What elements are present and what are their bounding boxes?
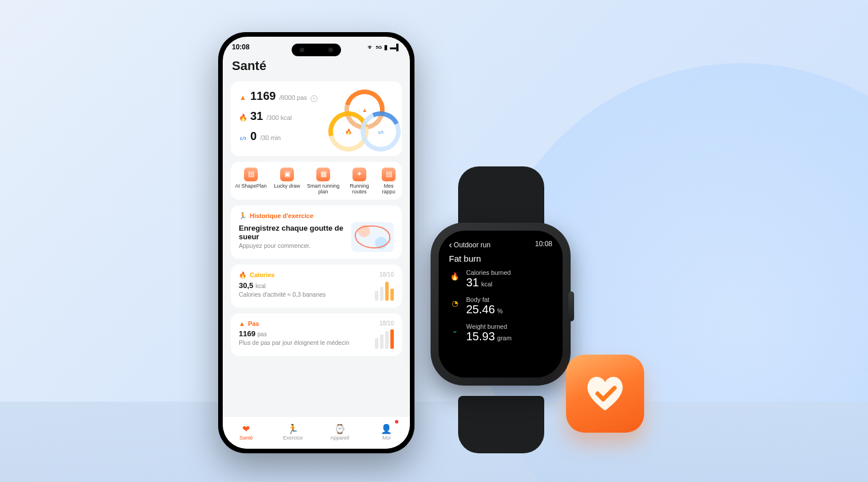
watch-case: Outdoor run 10:08 Fat burn 🔥 Calories bu… <box>431 223 571 386</box>
metric-unit: gram <box>497 335 512 341</box>
gift-icon: ▣ <box>280 168 294 181</box>
metric-value: 31kcal <box>466 276 511 289</box>
notification-dot-icon <box>395 420 398 423</box>
phone-device: 10:08 ᯤ 5G ▮ ▬▌ Santé ▲ 1169 /8000 pas i <box>218 32 414 453</box>
watch-crown <box>568 291 574 321</box>
metric-icon: 🔥 <box>449 270 460 282</box>
calories-card[interactable]: 🔥Calories18/10 30,5 kcal Calories d'acti… <box>231 265 402 308</box>
metric-label: Weight burned <box>466 323 512 330</box>
steps-card-subtitle: Plus de pas par jour éloignent le médeci… <box>239 339 369 347</box>
calories-stat: 🔥 31 /300 kcal <box>239 110 320 123</box>
tile-reports[interactable]: ▤Mes rappo <box>379 168 398 195</box>
nav-label: Exercice <box>283 435 303 441</box>
steps-mini-chart <box>375 329 394 349</box>
steps-card-unit: pas <box>258 331 267 337</box>
watch-metric-0[interactable]: 🔥 Calories burned 31kcal <box>449 269 552 289</box>
battery-icon: ▬▌ <box>390 44 401 50</box>
tile-label: Mes rappo <box>379 184 398 195</box>
stand-icon: ᔕ <box>239 134 247 142</box>
calories-card-unit: kcal <box>255 283 266 289</box>
watch-device: Outdoor run 10:08 Fat burn 🔥 Calories bu… <box>426 166 575 453</box>
calories-card-value: 30,5 <box>239 281 253 290</box>
metric-label: Body fat <box>466 296 503 303</box>
status-icons: ᯤ 5G ▮ ▬▌ <box>367 44 401 51</box>
ring-stand-icon: ᔕ <box>378 129 383 135</box>
flame-icon: 🔥 <box>239 114 247 122</box>
steps-card[interactable]: ▲Pas18/10 1169 pas Plus de pas par jour … <box>231 313 402 356</box>
network-5g-icon: 5G <box>376 45 382 50</box>
phone-notch <box>292 44 341 56</box>
runner-icon: 🏃 <box>239 212 247 220</box>
signal-icon: ▮ <box>384 44 388 51</box>
shortcut-tiles: ▤AI ShapePlan ▣Lucky draw ▦Smart running… <box>231 162 402 200</box>
tile-smart-running-plan[interactable]: ▦Smart running plan <box>307 168 340 195</box>
card-heading: Pas <box>248 320 259 327</box>
calories-value: 31 <box>250 110 263 123</box>
metric-unit: kcal <box>481 281 493 287</box>
status-time: 10:08 <box>232 43 250 51</box>
flame-icon: 🔥 <box>239 271 247 279</box>
calories-goal: /300 kcal <box>266 114 292 121</box>
active-stat: ᔕ 0 /30 min <box>239 130 320 143</box>
tile-ai-shapeplan[interactable]: ▤AI ShapePlan <box>234 168 268 195</box>
info-icon[interactable]: i <box>311 95 317 102</box>
card-heading: Calories <box>250 271 274 278</box>
metric-icon: ⌄ <box>449 324 460 336</box>
person-icon: 👤 <box>381 425 392 434</box>
health-app-icon <box>566 355 644 433</box>
watch-metric-1[interactable]: ◔ Body fat 25.46% <box>449 296 552 316</box>
steps-icon: ▲ <box>239 320 245 327</box>
tile-label: Lucky draw <box>274 184 300 189</box>
active-goal: /30 min <box>260 134 281 141</box>
tile-label: Running routes <box>343 184 376 195</box>
wifi-icon: ᯤ <box>367 44 374 50</box>
exercise-history-card[interactable]: 🏃Historique d'exercice Enregistrez chaqu… <box>231 205 402 259</box>
history-subtitle: Appuyez pour commencer. <box>239 242 346 250</box>
card-date: 18/10 <box>379 271 394 279</box>
metric-unit: % <box>497 308 503 314</box>
nav-me[interactable]: 👤Moi <box>363 417 410 449</box>
watch-back-button[interactable]: Outdoor run <box>449 240 490 250</box>
watch-metrics-list: 🔥 Calories burned 31kcal◔ Body fat 25.46… <box>449 269 552 343</box>
watch-screen: Outdoor run 10:08 Fat burn 🔥 Calories bu… <box>439 231 563 378</box>
bottom-nav: ❤Santé 🏃Exercice ⌚Appareil 👤Moi <box>223 416 410 449</box>
tile-running-routes[interactable]: ✦Running routes <box>343 168 376 195</box>
report-icon: ▤ <box>382 168 396 181</box>
watch-time: 10:08 <box>535 240 552 250</box>
heart-icon: ❤ <box>242 425 250 434</box>
calendar-icon: ▦ <box>316 168 330 181</box>
history-title: Enregistrez chaque goutte de sueur <box>239 224 346 241</box>
tile-label: Smart running plan <box>307 184 340 195</box>
card-heading: Historique d'exercice <box>250 212 313 219</box>
calories-mini-chart <box>375 281 394 301</box>
nav-label: Santé <box>239 435 253 441</box>
metric-icon: ◔ <box>449 297 460 309</box>
activity-rings: ▲ 🔥 ᔕ <box>326 90 394 149</box>
watch-icon: ⌚ <box>334 425 346 434</box>
tile-lucky-draw[interactable]: ▣Lucky draw <box>270 168 304 195</box>
watch-metric-2[interactable]: ⌄ Weight burned 15.93gram <box>449 323 552 343</box>
phone-screen: 10:08 ᯤ 5G ▮ ▬▌ Santé ▲ 1169 /8000 pas i <box>223 37 410 449</box>
metric-value: 25.46% <box>466 303 503 316</box>
card-date: 18/10 <box>379 320 394 327</box>
nav-device[interactable]: ⌚Appareil <box>316 417 363 449</box>
ring-steps-icon: ▲ <box>362 107 367 113</box>
ring-flame-icon: 🔥 <box>345 129 352 135</box>
nav-exercise[interactable]: 🏃Exercice <box>270 417 317 449</box>
metric-value: 15.93gram <box>466 330 512 343</box>
route-map-icon <box>351 222 394 252</box>
nav-health[interactable]: ❤Santé <box>223 417 270 449</box>
runner-icon: 🏃 <box>287 425 299 434</box>
tile-label: AI ShapePlan <box>235 184 266 189</box>
clipboard-icon: ▤ <box>244 168 258 181</box>
active-value: 0 <box>250 130 257 143</box>
activity-summary-card[interactable]: ▲ 1169 /8000 pas i 🔥 31 /300 kcal ᔕ 0 /3… <box>231 81 402 156</box>
watch-strap-bottom <box>458 396 544 453</box>
nav-label: Appareil <box>330 435 349 441</box>
runner-icon: ✦ <box>352 168 366 181</box>
steps-goal: /8000 pas <box>280 94 307 101</box>
steps-value: 1169 <box>250 90 276 103</box>
calories-card-subtitle: Calories d'activité ≈ 0,3 bananes <box>239 291 369 299</box>
metric-label: Calories burned <box>466 269 511 276</box>
watch-title: Fat burn <box>449 254 552 263</box>
